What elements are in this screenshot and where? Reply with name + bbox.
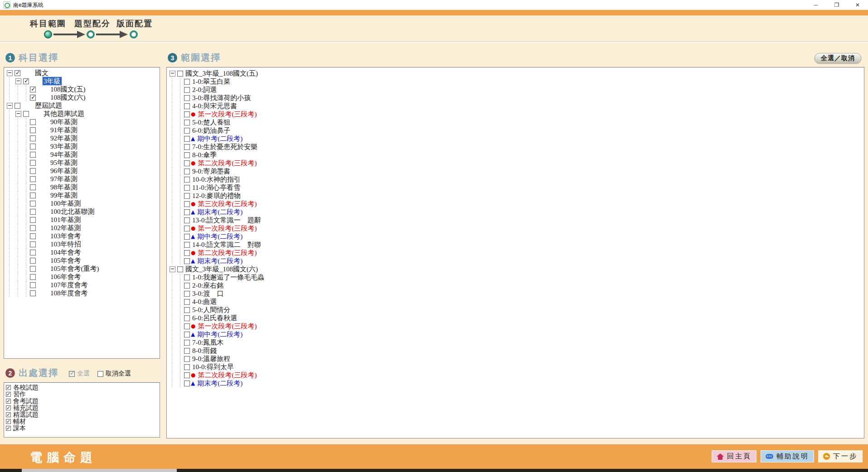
source-list-item[interactable]: 補充試題	[4, 405, 160, 411]
scope-tree-row[interactable]: ▲期中考(二段考)	[167, 330, 864, 338]
checkbox[interactable]	[30, 87, 36, 92]
checkbox[interactable]	[184, 307, 190, 313]
scope-tree-row[interactable]: ●第一次段考(三段考)	[167, 322, 864, 330]
subject-tree-row[interactable]: 108國文(六)	[4, 93, 160, 101]
checkbox[interactable]	[184, 103, 190, 109]
checkbox[interactable]	[15, 103, 20, 109]
checkbox[interactable]	[184, 120, 190, 125]
subject-tree-row[interactable]: 3年級	[4, 77, 160, 85]
subject-tree-row[interactable]: 97年基測	[4, 175, 160, 183]
scope-tree-row[interactable]: 9-0:溫馨旅程	[167, 355, 864, 363]
checkbox[interactable]	[30, 176, 36, 182]
checkbox[interactable]	[184, 332, 190, 337]
scope-tree-row[interactable]: 2-0:詞選	[167, 86, 864, 94]
subject-tree-row[interactable]: 90年基測	[4, 118, 160, 126]
checkbox[interactable]	[30, 290, 36, 296]
scope-tree-row[interactable]: ▲期中考(二段考)	[167, 232, 864, 241]
scope-tree-row[interactable]: ▲期末考(二段考)	[167, 257, 864, 265]
checkbox[interactable]	[30, 225, 36, 231]
scope-tree-row[interactable]: 9-0:寄弟墨書	[167, 167, 864, 175]
checkbox[interactable]	[6, 399, 11, 404]
scope-tree-row[interactable]: 3-0:尋找薄荷的小孩	[167, 94, 864, 102]
scope-tree-row[interactable]: ▲期末考(二段考)	[167, 379, 864, 387]
checkbox[interactable]	[6, 419, 11, 424]
subject-tree-row[interactable]: 102年基測	[4, 224, 160, 232]
collapse-icon[interactable]	[170, 71, 175, 77]
scope-tree-row[interactable]: 14-0:語文常識二 對聯	[167, 241, 864, 249]
checkbox[interactable]	[6, 392, 11, 397]
source-list-item[interactable]: 各校試題	[4, 384, 160, 391]
checkbox[interactable]	[184, 95, 190, 101]
scope-tree-row[interactable]: 7-0:生於憂患死於安樂	[167, 143, 864, 151]
scope-tree-row[interactable]: ●第一次段考(三段考)	[167, 224, 864, 232]
scope-tree-row[interactable]: 10-0:得到太早	[167, 363, 864, 371]
scope-tree-row[interactable]: 6-0:奶油鼻子	[167, 126, 864, 135]
checkbox[interactable]	[184, 380, 190, 386]
select-all-toggle-button[interactable]: 全選／取消	[815, 53, 861, 63]
checkbox[interactable]	[30, 160, 36, 166]
collapse-icon[interactable]	[170, 266, 175, 272]
checkbox[interactable]	[30, 274, 36, 280]
checkbox[interactable]	[184, 128, 190, 134]
checkbox[interactable]	[30, 250, 36, 255]
scope-tree-row[interactable]: 10-0:水神的指引	[167, 175, 864, 183]
scope-tree-row[interactable]: 國文_3年級_108國文(六)	[167, 265, 864, 273]
scope-tree-row[interactable]: ●第二次段考(三段考)	[167, 371, 864, 379]
subject-tree-row[interactable]: 91年基測	[4, 126, 160, 134]
checkbox[interactable]	[184, 169, 190, 174]
subject-tree-row[interactable]: 107年度會考	[4, 281, 160, 289]
checkbox[interactable]	[30, 135, 36, 141]
checkbox[interactable]	[6, 426, 11, 431]
checkbox[interactable]	[184, 340, 190, 346]
checkbox[interactable]	[184, 258, 190, 264]
subject-tree-row[interactable]: 105年會考	[4, 256, 160, 265]
scope-tree-row[interactable]: 6-0:呂氏春秋選	[167, 314, 864, 322]
checkbox[interactable]	[184, 136, 190, 142]
subject-tree-row[interactable]: 99年基測	[4, 191, 160, 199]
scope-tree-row[interactable]: ●第三次段考(三段考)	[167, 200, 864, 208]
source-list-item[interactable]: 會考試題	[4, 398, 160, 405]
checkbox[interactable]	[184, 283, 190, 289]
scope-tree-row[interactable]: 2-0:座右銘	[167, 281, 864, 289]
checkbox[interactable]	[30, 193, 36, 198]
checkbox[interactable]	[30, 184, 36, 190]
subject-tree-row[interactable]: 98年基測	[4, 183, 160, 191]
subject-tree-row[interactable]: 101年基測	[4, 216, 160, 224]
checkbox[interactable]	[177, 71, 183, 77]
subject-tree-row[interactable]: 103年特招	[4, 240, 160, 248]
collapse-icon[interactable]	[7, 103, 13, 109]
scope-tree-row[interactable]: ●第一次段考(三段考)	[167, 110, 864, 118]
checkbox[interactable]	[23, 111, 29, 117]
scope-tree-row[interactable]: 8-0:雨錢	[167, 347, 864, 355]
checkbox[interactable]	[30, 282, 36, 288]
scope-tree-row[interactable]: 1-0:翠玉白菜	[167, 77, 864, 86]
source-list-item[interactable]: 輔材	[4, 418, 160, 425]
checkbox[interactable]	[30, 144, 36, 149]
checkbox[interactable]	[30, 209, 36, 215]
subject-tree-row[interactable]: 94年基測	[4, 150, 160, 159]
checkbox[interactable]	[184, 79, 190, 85]
checkbox[interactable]	[184, 275, 190, 280]
collapse-icon[interactable]	[15, 78, 21, 84]
subject-tree-row[interactable]: 96年基測	[4, 167, 160, 175]
checkbox[interactable]	[184, 177, 190, 183]
checkbox[interactable]	[184, 87, 190, 93]
checkbox[interactable]	[184, 315, 190, 321]
scope-tree-row[interactable]: 13-0:語文常識一 題辭	[167, 216, 864, 224]
checkbox[interactable]	[97, 371, 103, 377]
checkbox[interactable]	[23, 78, 29, 84]
checkbox[interactable]	[30, 266, 36, 272]
subject-tree-row[interactable]: 100年基測	[4, 199, 160, 207]
help-button[interactable]: 輔助說明	[761, 450, 814, 462]
checkbox[interactable]	[6, 405, 11, 410]
next-button[interactable]: 下一步	[818, 450, 863, 462]
checkbox[interactable]	[30, 95, 36, 101]
checkbox[interactable]	[177, 266, 183, 272]
select-all-checkbox[interactable]: 全選	[69, 370, 90, 378]
checkbox[interactable]	[6, 385, 11, 390]
checkbox[interactable]	[184, 193, 190, 199]
close-button[interactable]: ✕	[847, 0, 868, 10]
checkbox[interactable]	[184, 242, 190, 248]
scope-tree-row[interactable]: 1-0:我邂逅了一條毛毛蟲	[167, 273, 864, 281]
source-list-item[interactable]: 習作	[4, 391, 160, 398]
